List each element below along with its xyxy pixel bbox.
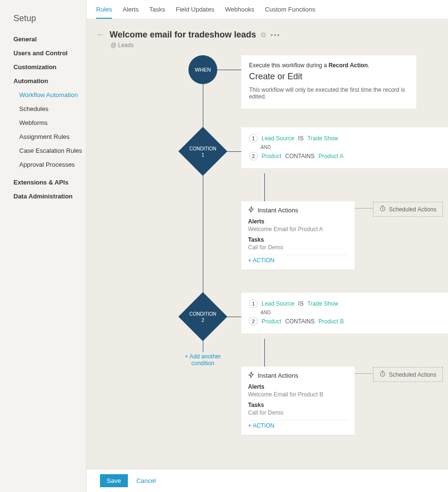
footer-bar: Save Cancel <box>87 469 448 492</box>
sidebar-sub-approval[interactable]: Approval Processes <box>0 158 86 172</box>
cond1-and: AND <box>261 145 448 150</box>
back-arrow-icon[interactable]: ← <box>96 30 105 40</box>
sidebar-sub-assignment-rules[interactable]: Assignment Rules <box>0 130 86 144</box>
condition-1-label: CONDITION1 <box>181 146 224 158</box>
cond2-row2: 2 Product CONTAINS Product B <box>249 317 448 326</box>
when-desc-2: This workflow will only be executed the … <box>249 86 409 100</box>
sidebar-item-automation[interactable]: Automation <box>0 74 86 88</box>
sidebar-sub-webforms[interactable]: Webforms <box>0 116 86 130</box>
tab-custom-functions[interactable]: Custom Functions <box>265 6 315 19</box>
main-area: Rules Alerts Tasks Field Updates Webhook… <box>87 0 448 492</box>
tab-alerts[interactable]: Alerts <box>123 6 138 19</box>
actions1-tasks-v[interactable]: Call for Demo <box>248 244 348 251</box>
cond2-val1[interactable]: Trade Show <box>307 300 338 307</box>
actions2-tasks-h: Tasks <box>248 402 348 408</box>
sidebar-item-general[interactable]: General <box>0 32 86 46</box>
instant-actions-2-title: Instant Actions <box>258 372 299 379</box>
scheduled-actions-2[interactable]: Scheduled Actions <box>373 367 443 382</box>
more-icon[interactable]: ••• <box>271 31 281 39</box>
cond1-row2: 2 Product CONTAINS Product A <box>249 152 448 160</box>
sidebar-item-data-admin[interactable]: Data Administration <box>0 189 86 203</box>
cond2-and: AND <box>261 310 448 315</box>
cancel-button[interactable]: Cancel <box>137 477 156 484</box>
sidebar-sub-schedules[interactable]: Schedules <box>0 102 86 116</box>
when-label: WHEN <box>195 67 211 73</box>
sidebar-item-users[interactable]: Users and Control <box>0 46 86 60</box>
cond2-op2: CONTAINS <box>285 318 314 325</box>
sidebar-sub-workflow-automation[interactable]: Workflow Automation <box>0 88 86 102</box>
lightning-icon <box>248 206 255 214</box>
instant-actions-2[interactable]: Instant Actions Alerts Welcome Email for… <box>241 367 355 435</box>
sidebar-item-customization[interactable]: Customization <box>0 60 86 74</box>
actions1-alerts-v[interactable]: Welcome Email for Product A <box>248 226 348 233</box>
duplicate-icon[interactable]: ⧉ <box>261 31 266 39</box>
actions2-add[interactable]: + ACTION <box>248 420 348 429</box>
when-node[interactable]: WHEN <box>188 55 217 84</box>
actions1-alerts-h: Alerts <box>248 218 348 225</box>
cond2-val2[interactable]: Product B <box>318 318 344 325</box>
cond2-op1: IS <box>298 300 303 307</box>
tab-field-updates[interactable]: Field Updates <box>176 6 214 19</box>
scheduled-actions-1[interactable]: Scheduled Actions <box>373 202 443 217</box>
cond2-row1: 1 Lead Source IS Trade Show <box>249 299 448 308</box>
lightning-icon <box>248 371 255 380</box>
page-title: Welcome email for tradeshow leads <box>110 30 256 40</box>
add-another-condition[interactable]: + Add another condition <box>184 353 222 367</box>
page-context: @ Leads <box>87 42 448 49</box>
cond2-field2[interactable]: Product <box>261 318 281 325</box>
sidebar: Setup General Users and Control Customiz… <box>0 0 87 492</box>
save-button[interactable]: Save <box>100 474 128 487</box>
clock-icon <box>379 205 386 213</box>
cond1-op2: CONTAINS <box>285 153 314 160</box>
workflow-canvas: WHEN Execute this workflow during a Reco… <box>87 55 448 492</box>
condition-2-card[interactable]: 1 Lead Source IS Trade Show AND 2 Produc… <box>241 293 448 333</box>
sidebar-sub-escalation-rules[interactable]: Case Escalation Rules <box>0 144 86 158</box>
instant-actions-1[interactable]: Instant Actions Alerts Welcome Email for… <box>241 201 355 270</box>
when-card[interactable]: Execute this workflow during a Record Ac… <box>241 55 416 109</box>
cond1-row1: 1 Lead Source IS Trade Show <box>249 134 448 143</box>
cond1-field1[interactable]: Lead Source <box>261 135 294 142</box>
condition-2-label: CONDITION2 <box>181 311 224 323</box>
actions2-alerts-h: Alerts <box>248 383 348 390</box>
sidebar-title: Setup <box>0 13 86 32</box>
tab-tasks[interactable]: Tasks <box>149 6 165 19</box>
tabs-bar: Rules Alerts Tasks Field Updates Webhook… <box>87 0 448 19</box>
cond1-field2[interactable]: Product <box>261 153 281 160</box>
cond1-op1: IS <box>298 135 303 142</box>
sidebar-item-extensions[interactable]: Extensions & APIs <box>0 175 86 189</box>
tab-webhooks[interactable]: Webhooks <box>225 6 254 19</box>
clock-icon <box>379 370 386 379</box>
page-header: ← Welcome email for tradeshow leads ⧉ ••… <box>87 19 448 44</box>
condition-1-card[interactable]: 1 Lead Source IS Trade Show AND 2 Produc… <box>241 127 448 168</box>
actions2-alerts-v[interactable]: Welcome Email for Product B <box>248 391 348 398</box>
cond2-field1[interactable]: Lead Source <box>261 300 294 307</box>
cond1-val1[interactable]: Trade Show <box>307 135 338 142</box>
when-desc-1: Execute this workflow during a Record Ac… <box>249 62 409 69</box>
actions1-add[interactable]: + ACTION <box>248 255 348 264</box>
actions2-tasks-v[interactable]: Call for Demo <box>248 409 348 416</box>
when-mode: Create or Edit <box>249 72 409 82</box>
tab-rules[interactable]: Rules <box>96 6 112 19</box>
instant-actions-1-title: Instant Actions <box>258 207 299 214</box>
actions1-tasks-h: Tasks <box>248 236 348 243</box>
cond1-val2[interactable]: Product A <box>318 153 343 160</box>
